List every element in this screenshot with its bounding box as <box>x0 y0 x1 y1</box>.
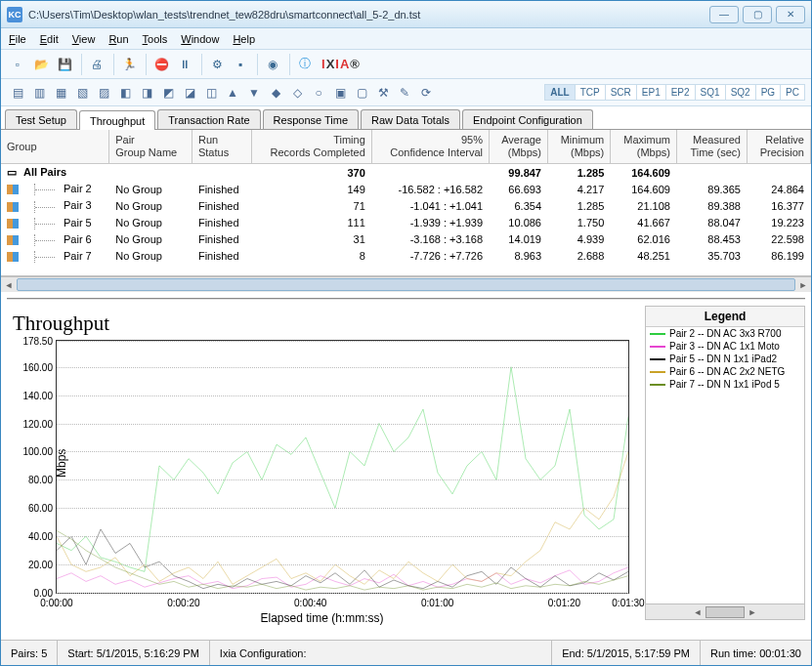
table-row[interactable]: Pair 6No GroupFinished31-3.168 : +3.1681… <box>1 231 811 248</box>
tab-test-setup[interactable]: Test Setup <box>5 109 77 129</box>
filter-ep2[interactable]: EP2 <box>666 84 696 101</box>
settings-icon[interactable]: ⚙ <box>206 54 228 75</box>
all-pairs-row[interactable]: ▭ All Pairs <box>1 164 251 182</box>
t2-icon-7[interactable]: ◨ <box>136 82 157 104</box>
status-bar: Pairs: 5 Start: 5/1/2015, 5:16:29 PM Ixi… <box>1 640 811 665</box>
t2-icon-2[interactable]: ▥ <box>28 82 50 104</box>
menu-bar: FileEditViewRunToolsWindowHelp <box>1 28 811 50</box>
new-icon[interactable]: ▫ <box>7 54 28 75</box>
t2-icon-20[interactable]: ⟳ <box>415 82 437 104</box>
col-header[interactable]: MeasuredTime (sec) <box>676 130 747 164</box>
legend-item[interactable]: Pair 6 -- DN AC 2x2 NETG <box>646 365 804 378</box>
filter-pg[interactable]: PG <box>756 84 781 101</box>
y-tick: 20.00 <box>14 560 53 570</box>
filter-tcp[interactable]: TCP <box>576 84 606 101</box>
t2-icon-16[interactable]: ▣ <box>329 82 351 104</box>
table-scrollbar[interactable]: ◄► <box>1 276 811 292</box>
menu-view[interactable]: View <box>72 33 96 45</box>
minimize-button[interactable]: — <box>709 6 739 23</box>
legend-panel: Legend Pair 2 -- DN AC 3x3 R700Pair 3 --… <box>645 306 805 620</box>
col-header[interactable]: PairGroup Name <box>109 130 192 164</box>
t2-icon-14[interactable]: ◇ <box>286 82 308 104</box>
window-title: C:\Users\Tim\Desktop\wlan_tests\trendnet… <box>28 9 709 21</box>
col-header[interactable]: RunStatus <box>192 130 251 164</box>
tab-endpoint-configuration[interactable]: Endpoint Configuration <box>462 109 593 129</box>
y-tick: 120.00 <box>14 418 53 429</box>
maximize-button[interactable]: ▢ <box>743 6 772 23</box>
legend-scrollbar[interactable]: ◄► <box>646 604 804 619</box>
legend-item[interactable]: Pair 3 -- DN AC 1x1 Moto <box>646 340 804 353</box>
close-button[interactable]: ✕ <box>776 6 805 23</box>
x-tick: 0:00:40 <box>294 598 326 608</box>
legend-item[interactable]: Pair 7 -- DN N 1x1 iPod 5 <box>646 378 804 391</box>
y-tick: 100.00 <box>14 446 53 457</box>
t2-icon-15[interactable]: ○ <box>308 82 329 104</box>
col-header[interactable]: RelativePrecision <box>747 130 810 164</box>
chart-title: Throughput <box>13 312 633 336</box>
stopsmall-icon[interactable]: ▪ <box>230 54 251 75</box>
info-icon[interactable]: ⓘ <box>294 54 316 75</box>
open-icon[interactable]: 📂 <box>30 54 52 75</box>
table-row[interactable]: Pair 7No GroupFinished8-7.726 : +7.7268.… <box>1 248 811 265</box>
app-icon: KC <box>7 7 22 22</box>
toolbar-secondary: ▤ ▥ ▦ ▧ ▨ ◧ ◨ ◩ ◪ ◫ ▲ ▼ ◆ ◇ ○ ▣ ▢ ⚒ ✎ ⟳ … <box>1 79 811 106</box>
chart-canvas[interactable]: Mbps 0.0020.0040.0060.0080.00100.00120.0… <box>56 340 629 594</box>
save-icon[interactable]: 💾 <box>54 54 75 75</box>
pause-icon[interactable]: ⏸ <box>174 54 195 75</box>
table-row[interactable]: Pair 2No GroupFinished149-16.582 : +16.5… <box>1 181 811 197</box>
legend-item[interactable]: Pair 2 -- DN AC 3x3 R700 <box>646 327 804 340</box>
t2-icon-8[interactable]: ◩ <box>157 82 179 104</box>
table-row[interactable]: Pair 5No GroupFinished111-1.939 : +1.939… <box>1 215 811 231</box>
t2-icon-1[interactable]: ▤ <box>7 82 28 104</box>
tab-throughput[interactable]: Throughput <box>79 110 155 130</box>
col-header[interactable]: Group <box>1 130 109 164</box>
menu-tools[interactable]: Tools <box>143 33 168 45</box>
filter-sq2[interactable]: SQ2 <box>726 84 756 101</box>
col-header[interactable]: Minimum(Mbps) <box>548 130 611 164</box>
filter-sq1[interactable]: SQ1 <box>696 84 726 101</box>
col-header[interactable]: Maximum(Mbps) <box>611 130 677 164</box>
t2-icon-18[interactable]: ⚒ <box>372 82 394 104</box>
col-header[interactable]: 95%Confidence Interval <box>371 130 489 164</box>
col-header[interactable]: TimingRecords Completed <box>251 130 371 164</box>
y-tick: 80.00 <box>14 475 53 485</box>
status-pairs: Pairs: 5 <box>1 641 58 665</box>
tab-response-time[interactable]: Response Time <box>263 109 359 129</box>
t2-icon-17[interactable]: ▢ <box>351 82 372 104</box>
x-tick: 0:00:00 <box>40 598 72 608</box>
menu-edit[interactable]: Edit <box>40 33 59 45</box>
table-row[interactable]: Pair 3No GroupFinished71-1.041 : +1.0416… <box>1 197 811 214</box>
menu-run[interactable]: Run <box>108 33 128 45</box>
y-tick: 140.00 <box>14 390 53 400</box>
chart-area: Throughput Mbps 0.0020.0040.0060.0080.00… <box>7 306 641 620</box>
menu-window[interactable]: Window <box>181 33 219 45</box>
menu-file[interactable]: File <box>9 33 26 45</box>
t2-icon-11[interactable]: ▲ <box>222 82 243 104</box>
t2-icon-3[interactable]: ▦ <box>50 82 71 104</box>
filter-scr[interactable]: SCR <box>606 84 637 101</box>
tab-strip: Test SetupThroughputTransaction RateResp… <box>1 106 811 130</box>
t2-icon-5[interactable]: ▨ <box>93 82 114 104</box>
t2-icon-4[interactable]: ▧ <box>71 82 93 104</box>
tab-raw-data-totals[interactable]: Raw Data Totals <box>361 109 460 129</box>
t2-icon-10[interactable]: ◫ <box>200 82 222 104</box>
run-icon[interactable]: 🏃 <box>118 54 140 75</box>
filter-pc[interactable]: PC <box>781 84 805 101</box>
t2-icon-9[interactable]: ◪ <box>179 82 200 104</box>
filter-all[interactable]: ALL <box>544 84 575 101</box>
filter-ep1[interactable]: EP1 <box>637 84 666 101</box>
stop-icon[interactable]: ⛔ <box>150 54 172 75</box>
y-tick: 60.00 <box>14 503 53 514</box>
t2-icon-19[interactable]: ✎ <box>394 82 415 104</box>
t2-icon-13[interactable]: ◆ <box>265 82 286 104</box>
status-runtime: Run time: 00:01:30 <box>701 641 811 665</box>
legend-item[interactable]: Pair 5 -- DN N 1x1 iPad2 <box>646 353 804 365</box>
misc-icon[interactable]: ◉ <box>262 54 283 75</box>
y-tick: 178.50 <box>14 336 53 347</box>
t2-icon-12[interactable]: ▼ <box>243 82 265 104</box>
menu-help[interactable]: Help <box>233 33 255 45</box>
print-icon[interactable]: 🖨 <box>86 54 107 75</box>
col-header[interactable]: Average(Mbps) <box>490 130 548 164</box>
tab-transaction-rate[interactable]: Transaction Rate <box>157 109 260 129</box>
t2-icon-6[interactable]: ◧ <box>114 82 136 104</box>
